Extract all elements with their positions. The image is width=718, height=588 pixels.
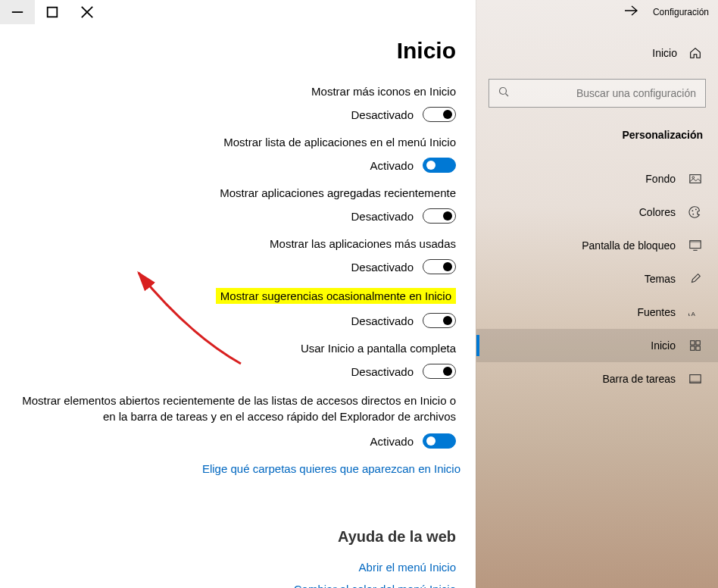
toggle-app-list[interactable] xyxy=(423,158,456,173)
sidebar-item-pantalla-bloqueo[interactable]: Pantalla de bloqueo xyxy=(476,229,718,262)
sidebar-home-label: Inicio xyxy=(652,47,677,59)
close-button[interactable] xyxy=(70,0,105,24)
taskbar-icon xyxy=(688,371,703,386)
start-icon xyxy=(688,338,703,353)
svg-line-5 xyxy=(506,94,509,97)
content-panel: Inicio Mostrar más iconos en Inicio Desa… xyxy=(0,0,476,588)
svg-point-8 xyxy=(692,210,694,211)
search-input[interactable] xyxy=(517,87,696,99)
svg-rect-17 xyxy=(696,341,700,345)
svg-rect-19 xyxy=(696,346,700,350)
sidebar-item-label: Barra de tareas xyxy=(603,373,676,385)
svg-rect-21 xyxy=(690,381,701,383)
toggle-status: Activado xyxy=(370,435,414,448)
sidebar-home[interactable]: Inicio xyxy=(476,38,718,68)
sidebar-item-label: Pantalla de bloqueo xyxy=(582,239,676,252)
setting-label: Mostrar las aplicaciones más usadas xyxy=(270,237,456,250)
sidebar-item-label: Fuentes xyxy=(637,306,676,318)
setting-label: Usar Inicio a pantalla completa xyxy=(301,342,456,355)
toggle-status: Desactivado xyxy=(351,210,414,223)
sidebar-item-label: Fondo xyxy=(645,173,676,185)
svg-rect-18 xyxy=(691,346,695,350)
setting-label-highlighted: Mostrar sugerencias ocasionalmente en In… xyxy=(216,288,456,304)
setting-label: Mostrar aplicaciones agregadas recientem… xyxy=(220,186,456,199)
page-title: Inicio xyxy=(15,38,460,64)
sidebar-item-fuentes[interactable]: AA Fuentes xyxy=(476,296,718,329)
toggle-status: Desactivado xyxy=(351,108,414,121)
help-link-open-start[interactable]: Abrir el menú Inicio xyxy=(15,561,456,574)
svg-text:A: A xyxy=(688,308,690,317)
toggle-status: Desactivado xyxy=(351,261,414,274)
sidebar-item-label: Colores xyxy=(639,206,676,218)
svg-rect-2 xyxy=(48,8,58,17)
setting-app-list: Mostrar lista de aplicaciones en el menú… xyxy=(15,136,460,173)
sidebar-item-barra-tareas[interactable]: Barra de tareas xyxy=(476,362,718,396)
svg-point-10 xyxy=(695,209,697,211)
back-button[interactable] xyxy=(618,2,644,22)
setting-recent-items: Mostrar elementos abiertos recientemente… xyxy=(15,393,460,449)
setting-label: Mostrar lista de aplicaciones en el menú… xyxy=(223,136,456,149)
toggle-status: Desactivado xyxy=(351,314,414,327)
svg-rect-16 xyxy=(691,341,695,345)
lock-screen-icon xyxy=(688,238,703,253)
help-link-change-color[interactable]: Cambiar el color del menú Inicio xyxy=(15,583,456,588)
brush-icon xyxy=(688,271,703,286)
setting-more-icons: Mostrar más iconos en Inicio Desactivado xyxy=(15,85,460,122)
search-box[interactable] xyxy=(489,79,706,108)
toggle-fullscreen[interactable] xyxy=(423,364,456,379)
toggle-suggestions[interactable] xyxy=(423,313,456,328)
toggle-recent-items[interactable] xyxy=(423,433,456,449)
maximize-button[interactable] xyxy=(35,0,70,24)
sidebar: Inicio Personalización Fondo xyxy=(476,0,718,588)
sidebar-item-temas[interactable]: Temas xyxy=(476,262,718,296)
toggle-status: Desactivado xyxy=(351,365,414,378)
minimize-button[interactable] xyxy=(0,0,35,24)
app-title: Configuración xyxy=(653,7,709,17)
setting-recent-apps: Mostrar aplicaciones agregadas recientem… xyxy=(15,186,460,224)
image-icon xyxy=(688,171,703,186)
setting-suggestions: Mostrar sugerencias ocasionalmente en In… xyxy=(15,288,460,328)
svg-rect-6 xyxy=(690,175,701,183)
sidebar-item-fondo[interactable]: Fondo xyxy=(476,162,718,195)
svg-rect-12 xyxy=(690,241,701,243)
setting-label: Mostrar elementos abiertos recientemente… xyxy=(15,393,456,424)
sidebar-item-colores[interactable]: Colores xyxy=(476,195,718,229)
palette-icon xyxy=(688,205,703,220)
sidebar-item-label: Temas xyxy=(645,273,676,285)
setting-fullscreen: Usar Inicio a pantalla completa Desactiv… xyxy=(15,342,460,379)
setting-most-used: Mostrar las aplicaciones más usadas Desa… xyxy=(15,237,460,274)
help-title: Ayuda de la web xyxy=(15,528,456,546)
toggle-more-icons[interactable] xyxy=(423,107,456,122)
toggle-status: Activado xyxy=(370,159,414,172)
font-icon: AA xyxy=(688,305,703,320)
svg-point-7 xyxy=(692,177,695,179)
sidebar-item-label: Inicio xyxy=(651,339,676,352)
setting-label: Mostrar más iconos en Inicio xyxy=(311,85,456,98)
toggle-recent-apps[interactable] xyxy=(423,208,456,224)
search-icon xyxy=(498,86,509,100)
folder-link[interactable]: Elige qué carpetas quieres que aparezcan… xyxy=(15,462,460,475)
svg-point-4 xyxy=(500,88,507,95)
home-icon xyxy=(688,45,703,61)
category-title: Personalización xyxy=(476,118,718,147)
sidebar-item-inicio[interactable]: Inicio xyxy=(476,329,718,362)
svg-point-9 xyxy=(692,214,694,215)
svg-text:A: A xyxy=(691,311,696,317)
toggle-most-used[interactable] xyxy=(423,259,456,274)
